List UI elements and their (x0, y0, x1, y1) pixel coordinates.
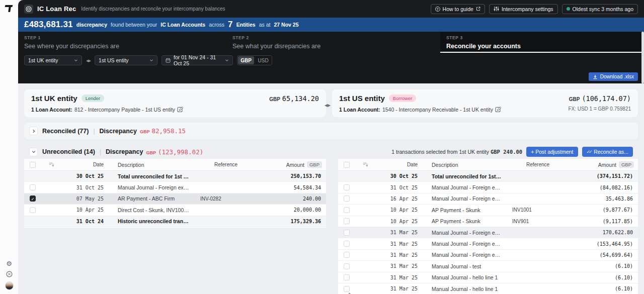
double-check-icon: ✓✓ (587, 149, 591, 154)
row-checkbox[interactable] (30, 184, 36, 190)
row-description: Manual Journal - hello line 1 (420, 286, 502, 292)
row-checkbox[interactable]: ✓ (30, 195, 36, 202)
lender-loan-account: 812 - Intercompany Payable - 1st US enti… (74, 107, 175, 113)
row-description: AP Payment - Skunk (420, 207, 502, 213)
chevron-right-icon[interactable] (29, 127, 38, 135)
currency-toggle: GBP USD (237, 55, 272, 65)
sort-icon[interactable] (355, 162, 375, 167)
row-amount: (6.10) (578, 275, 638, 280)
entity-b-select[interactable]: 1st US entity (95, 55, 157, 65)
row-date: 31 Mar 25 (375, 241, 420, 247)
row-date: 10 Apr 25 (61, 207, 106, 213)
select-all-checkbox[interactable] (30, 162, 36, 168)
row-checkbox[interactable] (344, 207, 350, 213)
row-checkbox[interactable] (344, 195, 350, 202)
tab-step-3-active[interactable]: STEP 3 Reconcile your accounts (440, 32, 644, 53)
row-amount: 54,584.34 (266, 185, 326, 190)
row-description: Historic unreconciled transactions (106, 218, 190, 224)
table-row[interactable]: 31 Mar 25Manual Journal - hello line 1(6… (338, 272, 638, 283)
row-amount: (9,877.67) (578, 207, 638, 213)
borrower-amount: (106,174.07) (582, 94, 631, 103)
select-all-checkbox[interactable] (344, 162, 350, 168)
fx-rate: FX: USD 1 = GBP 0.759821 (568, 106, 631, 112)
scrollbar[interactable] (641, 32, 644, 83)
table-row[interactable]: 10 Apr 25AP Payment - SkunkINV901(9,117.… (338, 216, 638, 227)
row-amount: 35,463.86 (578, 196, 638, 202)
row-checkbox[interactable] (344, 230, 350, 236)
row-amount: (9,117.85) (578, 219, 638, 224)
how-to-guide-button[interactable]: ? How to guide (431, 4, 485, 14)
banner-date: 27 Nov 25 (274, 22, 298, 28)
table-row[interactable]: 31 Oct 24Historic unreconciled transacti… (24, 216, 326, 227)
reconciled-title: Reconciled (77) (42, 128, 89, 135)
table-header-row: Date Description Reference AmountGBP (338, 159, 638, 171)
row-description: Manual Journal - Foreign exchange loss (420, 184, 502, 190)
app-tagline: Identify discrepancies and reconcile you… (81, 6, 225, 12)
row-description: Manual Journal - Foreign exchange loss (420, 252, 502, 258)
table-row[interactable]: 31 Oct 25Manual Journal - Foreign exchan… (338, 182, 638, 193)
currency-gbp-option[interactable]: GBP (238, 56, 254, 64)
row-date: 30 Oct 25 (375, 173, 420, 179)
row-checkbox[interactable] (344, 263, 350, 269)
chevron-down-icon[interactable] (29, 148, 38, 156)
entity-a-select[interactable]: 1st UK entity (24, 55, 82, 65)
tab-step-2[interactable]: STEP 2 See what your disrepancies are (232, 32, 320, 53)
row-checkbox[interactable] (344, 274, 350, 280)
table-row[interactable]: 10 Apr 25AP Payment - SkunkINV1001(9,877… (338, 205, 638, 216)
table-row[interactable]: 31 Mar 25Manual Journal - test(6.10) (338, 261, 638, 272)
discrepancy-banner: £483,681.31 discrepancy found between yo… (18, 18, 644, 32)
lender-entity-card: 1st UK entity Lender GBP65,134.20 1 Loan… (24, 89, 326, 117)
intercompany-settings-button[interactable]: Intercompany settings (489, 4, 558, 14)
row-checkbox[interactable] (344, 218, 350, 224)
table-row[interactable]: 16 Apr 25Manual Journal - Foreign exchan… (338, 193, 638, 205)
download-xlsx-button[interactable]: Download .xlsx (589, 72, 638, 81)
row-checkbox[interactable] (344, 286, 350, 292)
borrower-badge: Borrower (389, 94, 417, 102)
row-amount: (153,464.95) (578, 241, 638, 247)
row-checkbox[interactable] (344, 252, 350, 258)
table-row[interactable]: 30 Oct 25Total unreconciled for 1st US e… (338, 171, 638, 182)
reconcile-as-button[interactable]: ✓✓ Reconcile as... (582, 147, 633, 157)
table-row[interactable]: 10 Apr 25Direct Cost - Skunk, INV1001, 1… (24, 205, 326, 216)
edit-icon[interactable] (495, 106, 502, 113)
row-checkbox[interactable] (30, 207, 36, 213)
table-row[interactable]: 30 Oct 25Total unreconciled for 1st UK e… (24, 171, 326, 182)
row-amount: (54,699.64) (578, 252, 638, 258)
period-select[interactable]: for 01 Nov 24 - 31 Oct 25 (162, 55, 233, 65)
row-checkbox[interactable] (344, 184, 350, 190)
row-amount: 20,000.00 (266, 207, 326, 213)
edit-icon[interactable] (177, 106, 184, 113)
currency-usd-option[interactable]: USD (255, 56, 272, 65)
row-reference: INV1001 (502, 207, 578, 213)
row-date: 07 May 25 (61, 196, 106, 202)
table-row[interactable]: 31 Mar 25Manual Journal - Foreign exchan… (338, 250, 638, 261)
table-row[interactable]: 31 Mar 25Manual Journal - Foreign exchan… (338, 238, 638, 249)
banner-amount: £483,681.31 (24, 20, 73, 30)
steps-zone: STEP 1 See where your discrepancies are … (18, 32, 644, 83)
row-date: 31 Mar 25 (375, 263, 420, 269)
table-row[interactable]: 31 Mar 25Manual Journal - hello line 1(6… (338, 283, 638, 294)
selection-summary: 1 transactions selected from 1st UK enti… (391, 149, 489, 155)
user-avatar[interactable] (5, 281, 14, 290)
settings-gear-icon[interactable]: ⚙ (6, 260, 13, 267)
row-reference: INV901 (502, 219, 578, 224)
table-row[interactable]: 31 Oct 25Manual Journal - Foreign exchan… (24, 182, 326, 193)
row-date: 31 Mar 25 (375, 286, 420, 291)
table-row[interactable]: ✓07 May 25AR Payment - ABC FirmINV-02822… (24, 193, 326, 205)
lender-transactions-table: Date Description Reference AmountGBP 30 … (24, 159, 326, 228)
post-adjustment-button[interactable]: + Post adjustment (526, 147, 578, 157)
help-icon[interactable] (6, 271, 13, 278)
reconciled-section[interactable]: Reconciled (77) | Discrepancy GBP 82,958… (24, 123, 638, 139)
row-description: Manual Journal - Foreign exchange gain (420, 230, 502, 236)
borrower-entity-card: 1st US entity Borrower GBP(106,174.07) 1… (332, 89, 638, 117)
company-logo[interactable] (5, 5, 13, 12)
row-checkbox[interactable] (344, 241, 350, 247)
row-amount: (6.10) (578, 286, 638, 291)
sync-status-badge[interactable]: Oldest sync 3 months ago (562, 4, 638, 14)
table-row[interactable]: 31 Mar 25Manual Journal - Foreign exchan… (338, 227, 638, 238)
left-rail: ⚙ (0, 0, 18, 294)
sort-icon[interactable] (41, 162, 61, 167)
sync-dot-icon (567, 7, 570, 11)
row-date: 31 Oct 24 (61, 219, 106, 224)
tab-step-1[interactable]: STEP 1 See where your discrepancies are (24, 32, 119, 53)
